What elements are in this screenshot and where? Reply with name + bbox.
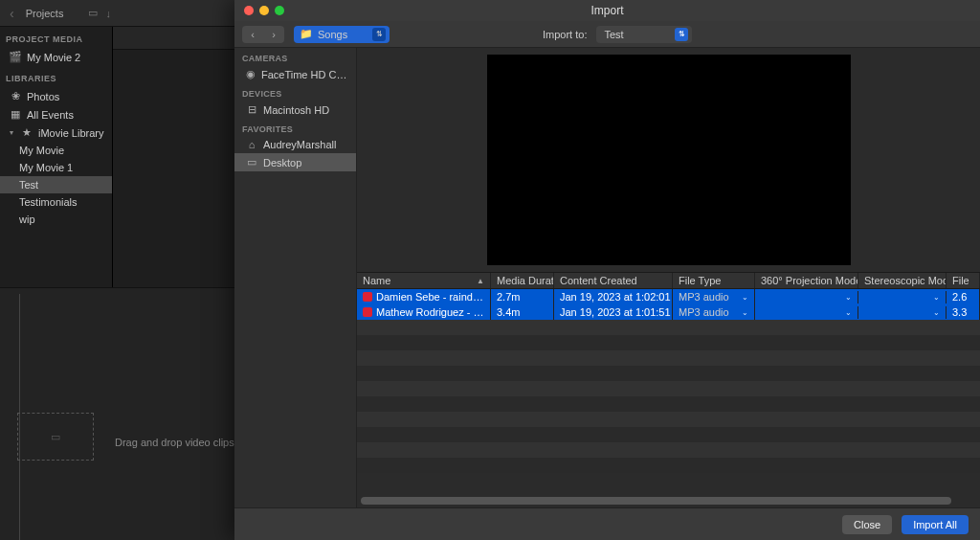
file-list-header[interactable]: Name▲ Media Duration Content Created Fil… (357, 272, 980, 289)
col-projection[interactable]: 360° Projection Mode (755, 273, 858, 288)
scrollbar-thumb[interactable] (361, 497, 951, 505)
folder-icon: 📁 (300, 28, 313, 40)
nav-forward-button[interactable]: › (263, 26, 284, 43)
import-icon-toolbar[interactable]: ↓ (105, 8, 111, 19)
col-filesize[interactable]: File (947, 273, 980, 288)
preview-area (357, 48, 980, 272)
home-icon: ⌂ (246, 139, 257, 150)
audio-file-icon (363, 292, 372, 302)
col-name[interactable]: Name▲ (357, 273, 491, 288)
dropdown-chevron-icon[interactable]: ⌄ (933, 293, 940, 302)
photos-icon: ❀ (10, 90, 21, 102)
section-libraries: LIBRARIES (0, 66, 112, 87)
device-item[interactable]: ⊟ Macintosh HD (234, 101, 356, 119)
disk-icon: ⊟ (246, 103, 257, 116)
dialog-footer: Close Import All (234, 507, 980, 540)
file-row-empty (357, 458, 980, 473)
import-toolbar: ‹ › 📁 Songs ⇅ Import to: Test ⇅ (234, 21, 980, 48)
library-event[interactable]: My Movie 1 (0, 159, 112, 176)
col-filetype[interactable]: File Type (673, 273, 755, 288)
file-row-empty (357, 396, 980, 412)
file-row-selected[interactable]: Mathew Rodriguez - Only Frie... 3.4m Jan… (357, 304, 980, 320)
file-row-empty (357, 350, 980, 366)
camera-item[interactable]: ◉ FaceTime HD Camera (Bu... (234, 65, 356, 83)
dropdown-chevron-icon[interactable]: ⌄ (933, 308, 940, 317)
library-event[interactable]: Testimonials (0, 193, 112, 211)
sort-asc-icon: ▲ (477, 277, 484, 285)
import-sidebar: CAMERAS ◉ FaceTime HD Camera (Bu... DEVI… (234, 48, 357, 507)
folder-select[interactable]: 📁 Songs ⇅ (294, 26, 390, 43)
project-media-item[interactable]: 🎬 My Movie 2 (0, 48, 112, 66)
all-events[interactable]: ▦ All Events (0, 105, 112, 124)
dropdown-arrows-icon: ⇅ (372, 28, 386, 41)
dropdown-arrows-icon: ⇅ (675, 28, 688, 41)
dropdown-chevron-icon[interactable]: ⌄ (742, 308, 748, 317)
libraries-sidebar: PROJECT MEDIA 🎬 My Movie 2 LIBRARIES ❀ P… (0, 27, 113, 314)
col-stereo[interactable]: Stereoscopic Mode (858, 273, 947, 288)
library-event[interactable]: My Movie (0, 142, 112, 159)
favorite-item-selected[interactable]: ▭ Desktop (234, 153, 356, 171)
dropdown-chevron-icon[interactable]: ⌄ (742, 293, 748, 302)
file-row-empty (357, 366, 980, 381)
dropdown-chevron-icon[interactable]: ⌄ (845, 308, 852, 317)
dialog-titlebar[interactable]: Import (234, 0, 980, 21)
dialog-title: Import (234, 4, 980, 17)
import-to-label: Import to: (543, 29, 587, 40)
desktop-icon: ▭ (246, 156, 257, 169)
section-cameras: CAMERAS (234, 48, 356, 65)
breadcrumb[interactable]: Projects (26, 8, 64, 19)
disclosure-chevron-icon[interactable]: ▾ (10, 128, 15, 137)
file-row-empty (357, 381, 980, 396)
col-duration[interactable]: Media Duration (491, 273, 554, 288)
file-row-empty (357, 442, 980, 458)
back-button[interactable]: ‹ (6, 6, 18, 21)
library-event-selected[interactable]: Test (0, 176, 112, 193)
horizontal-scrollbar[interactable] (357, 494, 980, 507)
favorite-item[interactable]: ⌂ AudreyMarshall (234, 136, 356, 153)
audio-file-icon (363, 307, 372, 317)
file-row-empty (357, 427, 980, 442)
file-list[interactable]: Damien Sebe - raindrops [The... 2.7m Jan… (357, 289, 980, 494)
file-row-selected[interactable]: Damien Sebe - raindrops [The... 2.7m Jan… (357, 289, 980, 304)
star-icon: ★ (21, 126, 33, 139)
library-event[interactable]: wip (0, 211, 112, 228)
clip-placeholder: ▭ (17, 413, 94, 461)
grid-icon: ▦ (10, 108, 21, 121)
imovie-library[interactable]: ▾ ★ iMovie Library (0, 124, 112, 142)
section-favorites: FAVORITES (234, 119, 356, 136)
clapper-icon: 🎬 (10, 51, 21, 63)
file-row-empty (357, 412, 980, 427)
file-row-empty (357, 320, 980, 335)
dropdown-chevron-icon[interactable]: ⌄ (845, 293, 852, 302)
import-dialog: Import ‹ › 📁 Songs ⇅ Import to: Test ⇅ C… (234, 0, 980, 540)
import-all-button[interactable]: Import All (902, 515, 969, 534)
nav-back-button[interactable]: ‹ (242, 26, 263, 43)
camera-icon: ◉ (246, 68, 256, 80)
close-button[interactable]: Close (842, 515, 892, 534)
col-created[interactable]: Content Created (554, 273, 673, 288)
preview-canvas (487, 55, 851, 265)
new-project-icon[interactable]: ▭ (88, 7, 98, 19)
section-devices: DEVICES (234, 83, 356, 101)
file-row-empty (357, 335, 980, 350)
section-project-media: PROJECT MEDIA (0, 27, 112, 48)
import-to-select[interactable]: Test ⇅ (596, 26, 692, 43)
photos-library[interactable]: ❀ Photos (0, 87, 112, 105)
